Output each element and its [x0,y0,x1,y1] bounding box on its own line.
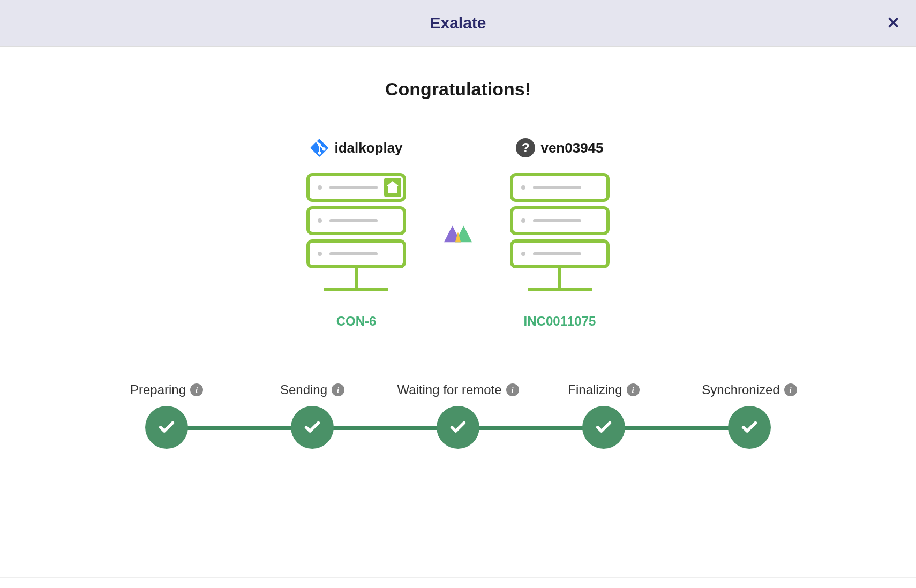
svg-point-5 [318,185,322,190]
close-button[interactable]: ✕ [887,15,900,31]
svg-point-22 [521,218,525,223]
svg-point-7 [318,218,322,223]
step-synchronized: Synchronized i [677,382,822,449]
step-status-icon [145,406,188,449]
exalate-logo-icon [439,216,477,249]
jira-icon [310,138,329,157]
step-label: Waiting for remote [397,382,501,397]
step-label: Synchronized [702,382,779,397]
server-right: ? ven03945 [498,137,621,329]
modal-footer-divider [0,577,916,588]
home-icon [384,178,401,197]
congrats-heading: Congratulations! [385,79,531,100]
modal-body: Congratulations! idalkoplay [0,47,916,577]
svg-rect-23 [533,219,581,222]
step-label: Finalizing [568,382,622,397]
server-left: idalkoplay [295,137,418,329]
svg-rect-8 [329,219,378,222]
progress-stepper: Preparing i Sending i [94,382,822,449]
step-status-icon [582,406,625,449]
svg-rect-10 [329,252,378,255]
close-icon: ✕ [887,14,900,32]
step-label: Preparing [130,382,186,397]
exalate-modal: Exalate ✕ Congratulations! idalkoplay [0,0,916,588]
info-icon[interactable]: i [332,383,344,396]
server-left-header: idalkoplay [310,137,402,159]
step-preparing: Preparing i [94,382,239,449]
question-icon: ? [516,138,535,157]
step-label: Sending [280,382,327,397]
svg-rect-25 [533,252,581,255]
svg-rect-6 [329,186,378,189]
servers-row: idalkoplay [295,137,621,329]
modal-title: Exalate [430,14,486,32]
check-icon [740,418,759,436]
step-waiting-remote: Waiting for remote i [385,382,531,449]
check-icon [595,418,613,436]
server-right-code: INC0011075 [524,314,596,329]
server-right-header: ? ven03945 [516,137,603,159]
svg-point-24 [521,252,525,256]
info-icon[interactable]: i [784,383,797,396]
server-right-name: ven03945 [540,140,603,156]
svg-point-20 [521,185,525,190]
server-left-icon [303,169,410,298]
info-icon[interactable]: i [627,383,640,396]
step-finalizing: Finalizing i [531,382,677,449]
server-left-name: idalkoplay [334,140,402,156]
svg-rect-21 [533,186,581,189]
svg-point-9 [318,252,322,256]
step-status-icon [291,406,334,449]
check-icon [157,418,176,436]
server-left-code: CON-6 [336,314,377,329]
check-icon [449,418,467,436]
check-icon [303,418,321,436]
info-icon[interactable]: i [190,383,203,396]
modal-header: Exalate ✕ [0,0,916,47]
step-sending: Sending i [239,382,385,449]
info-icon[interactable]: i [506,383,519,396]
step-status-icon [437,406,479,449]
step-status-icon [728,406,771,449]
server-right-icon [506,169,613,298]
